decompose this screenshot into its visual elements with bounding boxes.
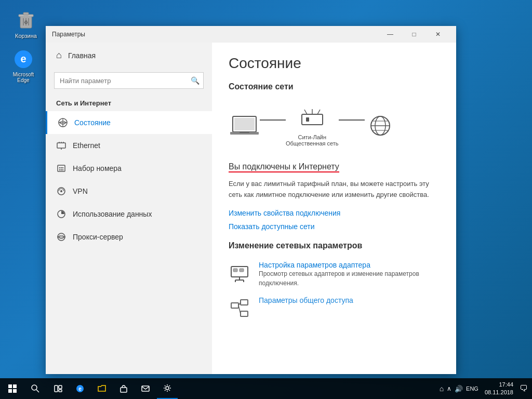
sharing-settings-item: Параметры общего доступа xyxy=(229,296,440,319)
sharing-icon xyxy=(229,297,250,319)
taskbar-right: ⌂ ∧ 🔊 ENG 17:44 08.11.2018 🗨 xyxy=(440,381,532,397)
sharing-title[interactable]: Параметры общего доступа xyxy=(259,296,353,304)
sidebar-item-vpn[interactable]: VPN xyxy=(46,180,212,203)
taskbar-explorer[interactable] xyxy=(91,378,112,399)
router-icon xyxy=(297,105,328,131)
connection-status: Вы подключены к Интернету xyxy=(229,162,440,179)
start-button[interactable] xyxy=(0,378,25,399)
change-properties-link[interactable]: Изменить свойства подключения xyxy=(229,209,440,217)
taskbar-app-icons: e xyxy=(48,378,178,399)
svg-rect-52 xyxy=(241,311,248,316)
network-tray-icon[interactable]: ⌂ xyxy=(440,384,444,393)
svg-rect-58 xyxy=(13,389,17,393)
data-usage-label: Использование данных xyxy=(73,210,152,218)
show-networks-link[interactable]: Показать доступные сети xyxy=(229,222,440,231)
svg-line-60 xyxy=(36,390,39,392)
svg-line-36 xyxy=(317,110,320,114)
svg-text:e: e xyxy=(78,386,82,392)
svg-rect-51 xyxy=(241,300,248,305)
sidebar: ⌂ Главная 🔍 Сеть и Интернет Состояние xyxy=(46,43,212,374)
svg-rect-55 xyxy=(8,384,12,388)
dialup-label: Набор номера xyxy=(73,164,122,172)
status-icon xyxy=(58,117,68,128)
clock-time: 17:44 xyxy=(485,381,513,389)
line1 xyxy=(260,119,286,121)
taskbar-search-button[interactable] xyxy=(25,378,46,399)
svg-rect-2 xyxy=(23,12,29,15)
dialup-icon xyxy=(56,163,66,174)
taskbar-edge[interactable]: e xyxy=(70,378,90,399)
search-icon: 🔍 xyxy=(191,76,200,85)
network-diagram: Сити-Лайн Общественная сеть xyxy=(229,100,440,152)
svg-point-23 xyxy=(62,169,63,170)
adapter-settings-item: Настройка параметров адаптера Просмотр с… xyxy=(229,261,440,288)
sidebar-item-status[interactable]: Состояние xyxy=(46,111,212,134)
window-controls: — □ ✕ xyxy=(378,26,450,43)
vpn-icon xyxy=(56,186,66,196)
svg-rect-67 xyxy=(142,386,149,391)
ethernet-label: Ethernet xyxy=(73,141,100,150)
sidebar-item-proxy[interactable]: Прокси-сервер xyxy=(46,225,212,248)
proxy-label: Прокси-сервер xyxy=(73,233,123,241)
edge-label: MicrosoftEdge xyxy=(13,72,34,83)
svg-text:♻: ♻ xyxy=(24,20,28,25)
taskbar-settings[interactable] xyxy=(157,378,178,399)
taskbar: e ⌂ ∧ 🔊 ENG 17:44 xyxy=(0,378,532,399)
adapter-title[interactable]: Настройка параметров адаптера xyxy=(259,261,440,269)
window-title: Параметры xyxy=(52,31,378,38)
svg-rect-30 xyxy=(234,118,255,130)
proxy-icon xyxy=(56,232,66,242)
connection-status-text: Вы подключены к Интернету xyxy=(229,162,339,172)
router-node: Сити-Лайн Общественная сеть xyxy=(286,105,339,147)
sidebar-home[interactable]: ⌂ Главная xyxy=(46,43,212,68)
systray: ⌂ ∧ 🔊 ENG xyxy=(440,384,478,393)
sharing-info: Параметры общего доступа xyxy=(259,296,353,304)
sidebar-item-data-usage[interactable]: Использование данных xyxy=(46,203,212,225)
svg-point-25 xyxy=(60,190,62,192)
svg-rect-44 xyxy=(233,269,237,272)
svg-point-19 xyxy=(61,167,62,168)
svg-point-21 xyxy=(59,169,60,170)
recycle-bin-icon[interactable]: ♻ Корзина xyxy=(8,8,44,41)
svg-rect-37 xyxy=(306,117,309,122)
chevron-tray-icon[interactable]: ∧ xyxy=(447,385,451,392)
sidebar-section-title: Сеть и Интернет xyxy=(46,93,212,111)
connection-desc: Если у вас лимитный тарифный план, вы мо… xyxy=(229,179,436,201)
svg-rect-63 xyxy=(59,390,62,392)
notification-icon[interactable]: 🗨 xyxy=(520,384,528,393)
laptop-node xyxy=(229,113,260,139)
svg-rect-33 xyxy=(302,114,323,125)
taskbar-task-view[interactable] xyxy=(48,378,69,399)
provider-label: Сити-Лайн Общественная сеть xyxy=(286,134,339,147)
section-divider: Изменение сетевых параметров xyxy=(229,241,440,250)
svg-rect-56 xyxy=(13,384,17,388)
minimize-button[interactable]: — xyxy=(378,26,402,43)
status-label: Состояние xyxy=(74,118,111,127)
close-button[interactable]: ✕ xyxy=(426,26,450,43)
taskbar-clock[interactable]: 17:44 08.11.2018 xyxy=(481,381,517,397)
svg-rect-61 xyxy=(55,385,58,392)
svg-rect-50 xyxy=(231,303,238,308)
search-input[interactable] xyxy=(54,72,204,89)
recycle-bin-image: ♻ xyxy=(16,10,36,31)
svg-rect-57 xyxy=(8,389,12,393)
network-section-title: Состояние сети xyxy=(229,82,440,91)
language-label[interactable]: ENG xyxy=(466,385,478,392)
taskbar-store[interactable] xyxy=(113,378,134,399)
line2 xyxy=(339,119,365,121)
sidebar-item-dialup[interactable]: Набор номера xyxy=(46,157,212,180)
adapter-desc: Просмотр сетевых адаптеров и изменение п… xyxy=(259,269,440,288)
edge-desktop-icon[interactable]: e MicrosoftEdge xyxy=(5,47,42,85)
svg-point-18 xyxy=(59,167,60,168)
svg-rect-62 xyxy=(59,385,62,389)
svg-rect-66 xyxy=(121,388,127,392)
globe-node xyxy=(365,113,396,139)
sidebar-search-container: 🔍 xyxy=(54,72,204,89)
sidebar-item-ethernet[interactable]: Ethernet xyxy=(46,134,212,157)
maximize-button[interactable]: □ xyxy=(402,26,426,43)
speaker-icon[interactable]: 🔊 xyxy=(455,385,463,393)
laptop-icon xyxy=(229,113,260,139)
clock-date: 08.11.2018 xyxy=(485,389,513,396)
taskbar-mail[interactable] xyxy=(135,378,156,399)
svg-line-34 xyxy=(304,110,307,114)
